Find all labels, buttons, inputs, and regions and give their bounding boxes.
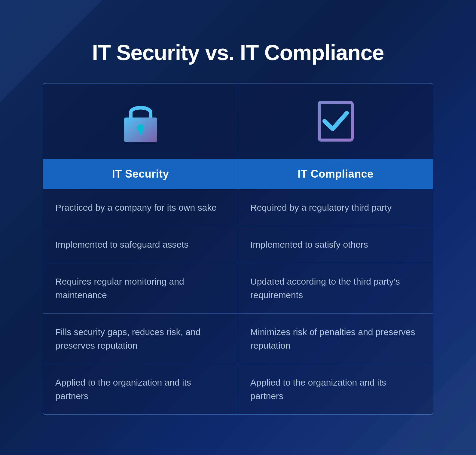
svg-rect-2 [139, 128, 142, 135]
compliance-cell: Implemented to satisfy others [238, 226, 433, 263]
security-cell: Practiced by a company for its own sake [43, 189, 238, 226]
compliance-icon-cell [238, 84, 433, 159]
security-cell: Applied to the organization and its part… [43, 364, 238, 414]
security-header: IT Security [43, 159, 238, 189]
table-row: Fills security gaps, reduces risk, and p… [43, 314, 433, 364]
table-row: Applied to the organization and its part… [43, 364, 433, 414]
table-row: Implemented to safeguard assets Implemen… [43, 226, 433, 263]
page-title: IT Security vs. IT Compliance [92, 40, 384, 65]
comparison-table: IT Security IT Compliance Practiced by a… [43, 83, 433, 415]
security-cell: Requires regular monitoring and maintena… [43, 263, 238, 313]
header-row: IT Security IT Compliance [43, 159, 433, 189]
compliance-cell: Applied to the organization and its part… [238, 364, 433, 414]
table-row: Requires regular monitoring and maintena… [43, 263, 433, 314]
security-icon-cell [43, 84, 238, 159]
security-cell: Implemented to safeguard assets [43, 226, 238, 263]
icon-row [43, 84, 433, 159]
lock-icon [118, 99, 163, 144]
compliance-cell: Updated according to the third party's r… [238, 263, 433, 313]
table-row: Practiced by a company for its own sake … [43, 189, 433, 226]
compliance-header: IT Compliance [238, 159, 433, 189]
security-cell: Fills security gaps, reduces risk, and p… [43, 314, 238, 364]
compliance-cell: Minimizes risk of penalties and preserve… [238, 314, 433, 364]
compliance-cell: Required by a regulatory third party [238, 189, 433, 226]
clipboard-check-icon [313, 99, 358, 144]
